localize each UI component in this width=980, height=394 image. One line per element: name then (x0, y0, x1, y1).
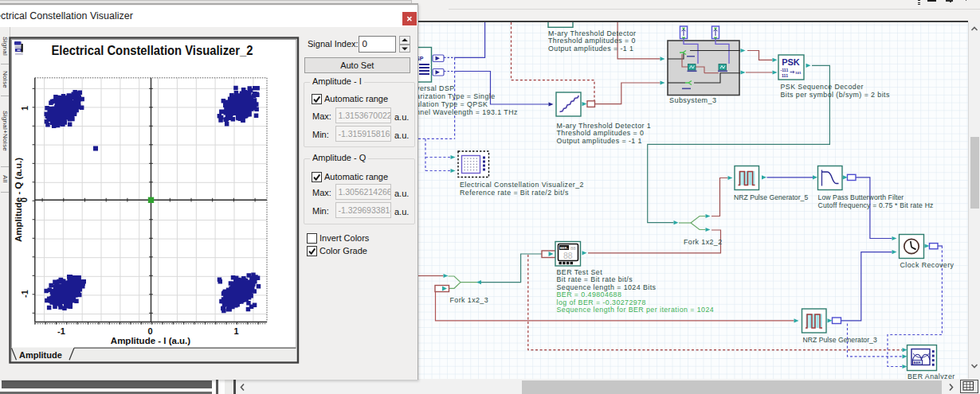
svg-text:Amplitude: Amplitude (19, 350, 62, 360)
svg-text:NRZ Pulse Generator_3: NRZ Pulse Generator_3 (803, 336, 877, 344)
svg-text:BER Test Set: BER Test Set (557, 268, 603, 276)
svg-text:Electrical Constellation Visua: Electrical Constellation Visualizer_2 (460, 181, 584, 189)
svg-text:Modulation Type = QPSK: Modulation Type = QPSK (418, 100, 488, 108)
svg-text:NRZ Pulse Generator_5: NRZ Pulse Generator_5 (734, 193, 808, 201)
svg-text:88: 88 (570, 246, 576, 251)
svg-text:Subsystem_3: Subsystem_3 (669, 96, 716, 104)
svg-text:1: 1 (20, 106, 29, 111)
svg-text:Output amplitudes = -1 1: Output amplitudes = -1 1 (557, 137, 642, 145)
svg-text:BER: BER (914, 361, 922, 365)
svg-text:Universal DSP: Universal DSP (418, 84, 455, 92)
svg-text:BER Analyzer: BER Analyzer (907, 373, 955, 380)
svg-text:Polarization Type = Single: Polarization Type = Single (418, 92, 496, 100)
svg-text:Sequence length for BER per it: Sequence length for BER per iteration = … (557, 306, 715, 314)
svg-text:Fork 1x2_2: Fork 1x2_2 (684, 238, 723, 246)
svg-text:-1: -1 (20, 290, 29, 298)
svg-text:M-ary Threshold Detector 1: M-ary Threshold Detector 1 (557, 122, 652, 130)
svg-text:0: 0 (147, 326, 152, 336)
svg-text:Output amplitudes = -1 1: Output amplitudes = -1 1 (548, 45, 633, 53)
svg-text:Threshold amplitudes = 0: Threshold amplitudes = 0 (548, 37, 636, 45)
svg-text:88: 88 (563, 251, 573, 260)
svg-text:PSK Sequence Decoder: PSK Sequence Decoder (781, 83, 864, 91)
svg-text:Amplitude - I (a.u.): Amplitude - I (a.u.) (111, 336, 190, 345)
svg-text:Amplitude - Q (a.u.): Amplitude - Q (a.u.) (14, 158, 23, 242)
svg-text:Bits per symbol (b/sym) = 2 b: Bits per symbol (b/sym) = 2 bits (781, 91, 890, 99)
svg-text:Reference rate = Bit rate/2 b: Reference rate = Bit rate/2 bit/s (460, 189, 569, 197)
svg-text:-1: -1 (57, 326, 65, 336)
svg-text:1: 1 (233, 326, 238, 336)
svg-text:Fork 1x2_3: Fork 1x2_3 (450, 296, 489, 304)
svg-text:Low Pass Butterworth Filter: Low Pass Butterworth Filter (818, 193, 904, 201)
svg-text:BER-: BER- (560, 246, 569, 250)
svg-text:Cutoff frequency = 0.75 * Bit: Cutoff frequency = 0.75 * Bit rate Hz (818, 201, 934, 209)
svg-text:Clock Recovery: Clock Recovery (900, 261, 955, 269)
svg-text:Channel Wavelength = 193.1 TH: Channel Wavelength = 193.1 THz (418, 108, 518, 116)
svg-text:Threshold amplitudes = 0: Threshold amplitudes = 0 (557, 129, 645, 137)
svg-text:101: 101 (795, 71, 802, 75)
svg-text:M-ary Threshold Detector: M-ary Threshold Detector (548, 29, 636, 37)
svg-text:BER = 0.49804688: BER = 0.49804688 (557, 291, 622, 298)
svg-text:Bit rate = Bit rate bit/s: Bit rate = Bit rate bit/s (557, 275, 633, 283)
svg-text:111: 111 (782, 73, 788, 78)
svg-text:-111: -111 (781, 68, 789, 72)
svg-text:Sequence length = 1024 Bits: Sequence length = 1024 Bits (557, 283, 657, 291)
svg-text:log of BER = -0.30272978: log of BER = -0.30272978 (557, 298, 646, 306)
svg-text:PSK: PSK (782, 57, 800, 67)
svg-text:Electrical Constellation Visua: Electrical Constellation Visualizer_2 (52, 44, 253, 57)
svg-text:DSP: DSP (418, 56, 424, 61)
